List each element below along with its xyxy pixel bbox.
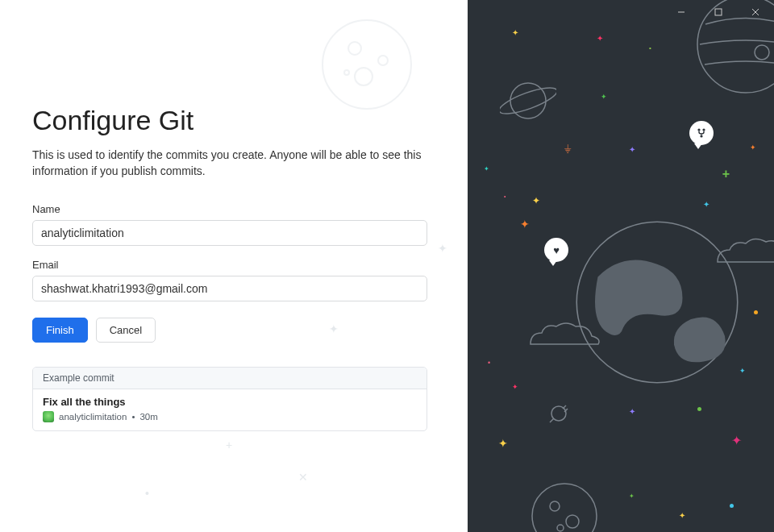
svg-point-0 — [322, 20, 411, 109]
star-sparkle: ✦ — [629, 145, 635, 154]
svg-point-13 — [755, 45, 769, 60]
heart-icon: ♥ — [553, 244, 560, 256]
example-commit-meta: analyticlimitation • 30m — [43, 411, 417, 422]
star-sparkle: ✦ — [629, 493, 635, 500]
name-label: Name — [32, 203, 435, 215]
svg-point-22 — [697, 128, 700, 131]
illustration-pane: ♥ ✦ ✦ • ✦ ⏚ ✦ ✦ + ✦ ✦ ✦ • ✦ • ✦ ✦ ✦ ✦ ✦ … — [468, 0, 774, 532]
star-sparkle: ✦ — [731, 433, 742, 448]
finish-button[interactable]: Finish — [32, 318, 88, 343]
star-sparkle: • — [649, 44, 651, 52]
moon-illustration — [318, 16, 415, 113]
dot-sparkle — [730, 504, 734, 508]
window-controls — [663, 0, 774, 24]
small-moon-illustration — [528, 480, 601, 532]
button-row: Finish Cancel — [32, 318, 435, 343]
star-sparkle: ✦ — [597, 34, 603, 43]
minimize-button[interactable] — [663, 0, 700, 24]
svg-point-2 — [355, 68, 372, 85]
star-sparkle: ✦ — [703, 200, 710, 209]
star-sparkle: ✦ — [512, 28, 518, 37]
sparkle-deco: ✦ — [329, 322, 339, 335]
star-sparkle: • — [504, 193, 506, 199]
sparkle-deco: • — [145, 487, 149, 500]
example-commit-author: analyticlimitation — [59, 412, 127, 422]
app-window: ✦ ✦ ✕ + • Configure Git This is used to … — [0, 0, 774, 532]
maximize-icon — [714, 8, 722, 16]
email-label: Email — [32, 259, 435, 271]
star-sparkle: ✦ — [512, 383, 518, 391]
plug-icon — [548, 403, 569, 424]
star-sparkle: ✦ — [484, 165, 489, 172]
star-sparkle: ✦ — [601, 93, 607, 101]
fork-icon — [696, 127, 707, 139]
speech-bubble-heart: ♥ — [544, 238, 568, 262]
star-sparkle: ✦ — [520, 218, 530, 231]
close-button[interactable] — [737, 0, 774, 24]
svg-point-14 — [532, 484, 597, 532]
svg-point-4 — [344, 70, 349, 75]
svg-line-19 — [550, 418, 554, 422]
minimize-icon — [677, 8, 685, 16]
example-commit-body: Fix all the things analyticlimitation • … — [33, 389, 427, 430]
avatar-icon — [43, 411, 54, 422]
star-sparkle: ✦ — [750, 143, 756, 152]
plus-sparkle: + — [722, 168, 730, 181]
cloud-illustration — [524, 318, 605, 355]
svg-rect-6 — [715, 9, 722, 15]
close-icon — [751, 8, 759, 16]
example-commit-card: Example commit Fix all the things analyt… — [32, 367, 427, 431]
star-sparkle: ✦ — [532, 195, 540, 206]
plug-sparkle: ⏚ — [564, 141, 571, 154]
svg-point-16 — [566, 515, 579, 528]
sparkle-deco: ✦ — [438, 242, 447, 255]
svg-point-11 — [500, 83, 556, 119]
star-sparkle: ✦ — [629, 407, 635, 416]
svg-point-17 — [557, 525, 564, 531]
svg-point-23 — [702, 128, 705, 131]
saturn-illustration — [500, 73, 556, 129]
name-input[interactable] — [32, 220, 427, 246]
cancel-button[interactable]: Cancel — [96, 318, 156, 343]
svg-point-24 — [700, 135, 702, 137]
svg-point-1 — [348, 42, 361, 55]
maximize-button[interactable] — [700, 0, 737, 24]
sparkle-deco: + — [226, 438, 232, 451]
example-commit-header: Example commit — [33, 368, 427, 389]
cloud-illustration — [710, 234, 774, 274]
star-sparkle: • — [488, 359, 490, 367]
example-commit-time: 30m — [139, 412, 157, 422]
star-sparkle: ✦ — [498, 437, 508, 450]
configure-git-pane: ✦ ✦ ✕ + • Configure Git This is used to … — [0, 0, 468, 532]
sparkle-deco: ✕ — [298, 471, 308, 484]
dot-sparkle — [697, 407, 701, 411]
email-input[interactable] — [32, 276, 427, 301]
speech-bubble-fork — [689, 121, 714, 145]
star-sparkle: ✦ — [739, 367, 746, 375]
page-description: This is used to identify the commits you… — [32, 148, 427, 179]
svg-point-15 — [550, 501, 560, 511]
meta-separator: • — [131, 412, 135, 422]
star-sparkle: ✦ — [679, 511, 685, 520]
example-commit-title: Fix all the things — [43, 396, 417, 408]
dot-sparkle — [754, 310, 758, 314]
svg-point-3 — [378, 56, 388, 65]
